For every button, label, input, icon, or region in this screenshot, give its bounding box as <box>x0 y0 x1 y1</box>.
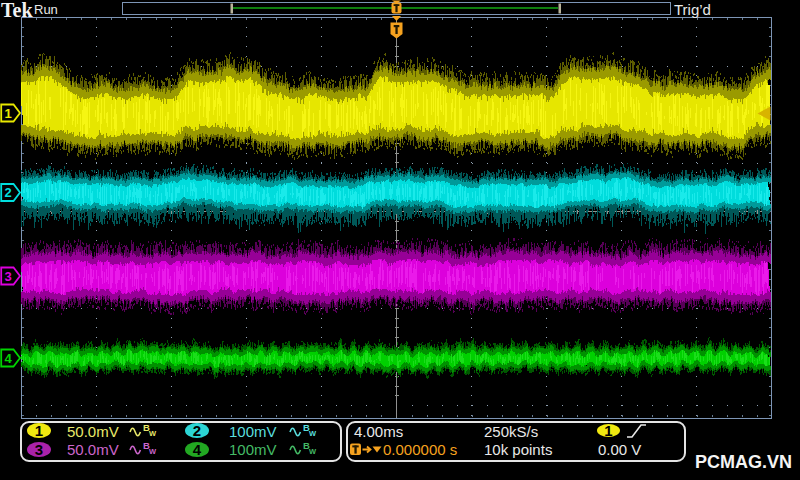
svg-text:2: 2 <box>4 185 11 200</box>
svg-text:3: 3 <box>4 269 11 284</box>
svg-text:4: 4 <box>4 351 12 366</box>
svg-text:1: 1 <box>4 106 11 121</box>
